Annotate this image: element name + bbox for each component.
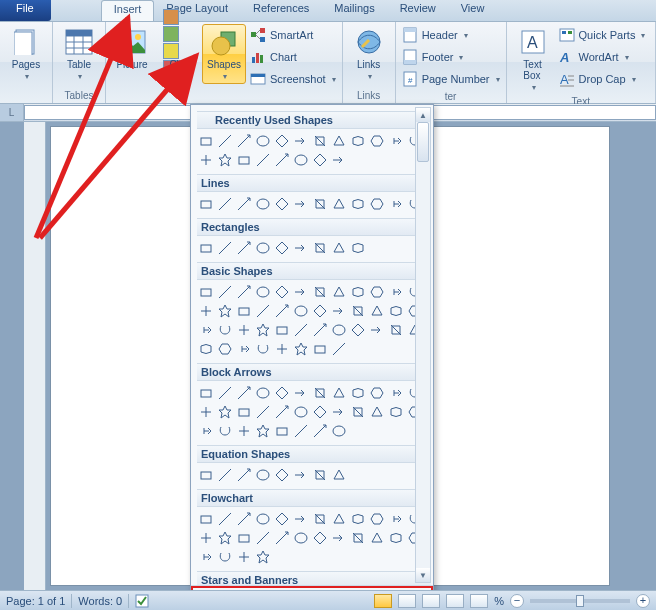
dropcap-button[interactable]: ADrop Cap▾ <box>557 68 648 90</box>
shape-item[interactable] <box>197 422 215 440</box>
shape-item[interactable] <box>349 302 367 320</box>
shape-item[interactable] <box>254 340 272 358</box>
shape-item[interactable] <box>311 132 329 150</box>
shape-item[interactable] <box>292 340 310 358</box>
shape-item[interactable] <box>330 239 348 257</box>
shape-item[interactable] <box>273 403 291 421</box>
shape-item[interactable] <box>273 340 291 358</box>
shape-item[interactable] <box>368 132 386 150</box>
shape-item[interactable] <box>235 422 253 440</box>
shape-item[interactable] <box>349 529 367 547</box>
footer-button[interactable]: Footer▾ <box>400 46 502 68</box>
shape-item[interactable] <box>254 321 272 339</box>
shape-item[interactable] <box>216 466 234 484</box>
zoom-in-button[interactable]: + <box>636 594 650 608</box>
shape-item[interactable] <box>311 195 329 213</box>
shape-item[interactable] <box>254 132 272 150</box>
shape-item[interactable] <box>273 132 291 150</box>
status-zoom[interactable]: % <box>494 595 504 607</box>
shape-item[interactable] <box>330 195 348 213</box>
clipart-button[interactable]: Clip Art <box>156 24 200 84</box>
shape-item[interactable] <box>197 529 215 547</box>
pages-button[interactable]: Pages▾ <box>4 24 48 84</box>
shape-item[interactable] <box>330 403 348 421</box>
shape-item[interactable] <box>216 239 234 257</box>
shape-item[interactable] <box>311 283 329 301</box>
shape-item[interactable] <box>197 403 215 421</box>
shape-item[interactable] <box>387 283 405 301</box>
shape-item[interactable] <box>216 132 234 150</box>
table-button[interactable]: Table▾ <box>57 24 101 84</box>
shape-item[interactable] <box>197 384 215 402</box>
shape-item[interactable] <box>387 384 405 402</box>
shape-item[interactable] <box>273 384 291 402</box>
shape-item[interactable] <box>330 151 348 169</box>
shape-item[interactable] <box>273 529 291 547</box>
shape-item[interactable] <box>311 239 329 257</box>
shape-item[interactable] <box>311 403 329 421</box>
shape-item[interactable] <box>197 340 215 358</box>
status-words[interactable]: Words: 0 <box>78 595 122 607</box>
shape-item[interactable] <box>254 239 272 257</box>
shape-item[interactable] <box>235 510 253 528</box>
shape-item[interactable] <box>349 239 367 257</box>
shape-item[interactable] <box>235 403 253 421</box>
shape-item[interactable] <box>254 195 272 213</box>
shape-item[interactable] <box>292 239 310 257</box>
header-button[interactable]: Header▾ <box>400 24 502 46</box>
shape-item[interactable] <box>197 151 215 169</box>
shape-item[interactable] <box>368 403 386 421</box>
shape-item[interactable] <box>235 283 253 301</box>
shape-item[interactable] <box>197 239 215 257</box>
shape-item[interactable] <box>368 529 386 547</box>
shape-item[interactable] <box>273 283 291 301</box>
view-draft[interactable] <box>470 594 488 608</box>
shape-item[interactable] <box>292 302 310 320</box>
shape-item[interactable] <box>235 548 253 566</box>
shape-item[interactable] <box>197 283 215 301</box>
shape-item[interactable] <box>254 466 272 484</box>
shape-item[interactable] <box>254 151 272 169</box>
scroll-thumb[interactable] <box>417 122 429 162</box>
shape-item[interactable] <box>235 321 253 339</box>
shapes-button[interactable]: Shapes▾ <box>202 24 246 84</box>
shape-item[interactable] <box>235 340 253 358</box>
shape-item[interactable] <box>368 321 386 339</box>
shape-item[interactable] <box>235 151 253 169</box>
shape-item[interactable] <box>235 529 253 547</box>
shape-item[interactable] <box>349 321 367 339</box>
shape-item[interactable] <box>311 384 329 402</box>
shape-item[interactable] <box>235 384 253 402</box>
zoom-out-button[interactable]: − <box>510 594 524 608</box>
shape-item[interactable] <box>330 340 348 358</box>
shape-item[interactable] <box>387 403 405 421</box>
shape-item[interactable] <box>197 302 215 320</box>
shape-item[interactable] <box>387 529 405 547</box>
tab-hidden-home[interactable] <box>51 0 101 21</box>
view-print-layout[interactable] <box>374 594 392 608</box>
shape-item[interactable] <box>368 302 386 320</box>
shape-item[interactable] <box>330 466 348 484</box>
shape-item[interactable] <box>216 529 234 547</box>
shape-item[interactable] <box>292 283 310 301</box>
wordart-button[interactable]: AWordArt▾ <box>557 46 648 68</box>
shape-item[interactable] <box>349 384 367 402</box>
shape-item[interactable] <box>349 195 367 213</box>
view-fullscreen[interactable] <box>398 594 416 608</box>
shape-item[interactable] <box>349 403 367 421</box>
shape-item[interactable] <box>235 132 253 150</box>
shape-item[interactable] <box>216 321 234 339</box>
shape-item[interactable] <box>273 466 291 484</box>
shape-item[interactable] <box>292 510 310 528</box>
shape-item[interactable] <box>273 510 291 528</box>
shape-item[interactable] <box>330 283 348 301</box>
shape-item[interactable] <box>197 195 215 213</box>
tab-insert[interactable]: Insert <box>101 0 155 21</box>
shape-item[interactable] <box>387 302 405 320</box>
shape-item[interactable] <box>254 548 272 566</box>
shape-item[interactable] <box>216 283 234 301</box>
shape-item[interactable] <box>387 321 405 339</box>
shape-item[interactable] <box>292 132 310 150</box>
shape-item[interactable] <box>216 548 234 566</box>
picture-button[interactable]: Picture <box>110 24 154 73</box>
